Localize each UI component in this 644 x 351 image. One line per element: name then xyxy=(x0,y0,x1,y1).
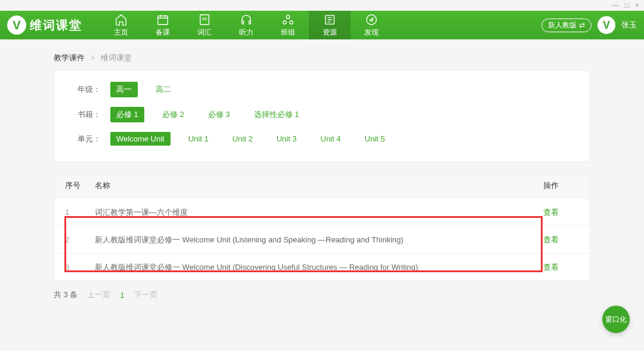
row-num: 1 xyxy=(65,208,95,217)
unit-option[interactable]: Unit 2 xyxy=(227,132,259,146)
minimize-button[interactable]: — xyxy=(612,1,619,10)
unit-option[interactable]: Unit 4 xyxy=(315,132,347,146)
table-row: 3 新人教版维词课堂必修一 Welcome Unit (Discovering … xyxy=(54,253,590,281)
nav-listen[interactable]: 听力 xyxy=(225,11,267,39)
nav-class[interactable]: 班组 xyxy=(267,11,309,39)
pager-total: 共 3 条 xyxy=(54,290,78,300)
svg-point-4 xyxy=(283,20,287,24)
nav-label: 资源 xyxy=(323,27,337,38)
filter-panel: 年级： 高一 高二 书籍： 必修 1 必修 2 必修 3 选择性必修 1 单元：… xyxy=(54,70,590,162)
headphones-icon xyxy=(240,13,253,26)
nav-label: 听力 xyxy=(239,27,253,38)
nav-label: 班组 xyxy=(281,27,295,38)
col-header-op: 操作 xyxy=(543,180,579,191)
pager-prev[interactable]: 上一页 xyxy=(87,290,110,300)
swap-icon: ⇄ xyxy=(579,21,585,29)
app-logo: V 维词课堂 xyxy=(7,16,82,35)
nav-vocab[interactable]: Ab 词汇 xyxy=(184,11,225,39)
nav-home[interactable]: 主页 xyxy=(100,11,142,39)
view-link[interactable]: 查看 xyxy=(543,262,579,273)
resource-table: 序号 名称 操作 1 词汇教学第一课—六个维度 查看 2 新人教版维词课堂必修一… xyxy=(54,173,590,281)
app-name: 维词课堂 xyxy=(30,17,82,33)
app-header: V 维词课堂 主页 备课 Ab 词汇 听力 班组 资源 发现 xyxy=(0,11,644,39)
row-num: 2 xyxy=(65,235,95,244)
main-content: 教学课件 > 维词课堂 年级： 高一 高二 书籍： 必修 1 必修 2 必修 3… xyxy=(0,39,644,300)
breadcrumb: 教学课件 > 维词课堂 xyxy=(54,53,590,63)
pager-current[interactable]: 1 xyxy=(120,291,124,300)
breadcrumb-root[interactable]: 教学课件 xyxy=(54,53,85,62)
row-name: 词汇教学第一课—六个维度 xyxy=(95,207,543,218)
resource-icon xyxy=(323,13,336,26)
close-button[interactable]: × xyxy=(635,1,639,10)
book-option[interactable]: 必修 3 xyxy=(202,107,236,122)
row-num: 3 xyxy=(65,263,95,272)
home-icon xyxy=(114,13,128,26)
calendar-icon xyxy=(156,13,169,26)
edition-label: 新人教版 xyxy=(548,20,577,30)
table-header: 序号 名称 操作 xyxy=(54,173,590,198)
svg-point-3 xyxy=(286,15,290,19)
logo-badge: V xyxy=(7,16,26,35)
book-icon: Ab xyxy=(198,13,211,26)
compass-icon xyxy=(365,13,378,26)
filter-label: 书籍： xyxy=(65,109,101,120)
unit-option[interactable]: Unit 1 xyxy=(182,132,215,146)
unit-option[interactable]: Unit 3 xyxy=(271,132,303,146)
svg-rect-0 xyxy=(158,16,168,24)
main-nav: 主页 备课 Ab 词汇 听力 班组 资源 发现 xyxy=(100,11,392,39)
edition-switcher[interactable]: 新人教版 ⇄ xyxy=(541,19,592,32)
nav-resource[interactable]: 资源 xyxy=(309,11,351,39)
nav-prepare[interactable]: 备课 xyxy=(142,11,184,39)
svg-text:Ab: Ab xyxy=(202,16,208,21)
pager: 共 3 条 上一页 1 下一页 xyxy=(54,290,590,300)
group-icon xyxy=(281,13,295,26)
view-link[interactable]: 查看 xyxy=(543,207,579,218)
nav-label: 备课 xyxy=(156,27,170,38)
filter-label: 年级： xyxy=(65,84,101,95)
breadcrumb-current: 维词课堂 xyxy=(101,53,132,62)
filter-grade: 年级： 高一 高二 xyxy=(65,82,579,97)
filter-label: 单元： xyxy=(65,134,101,144)
nav-label: 词汇 xyxy=(197,27,212,38)
view-link[interactable]: 查看 xyxy=(543,235,579,245)
book-option[interactable]: 必修 2 xyxy=(156,107,190,122)
window-titlebar: — □ × xyxy=(0,0,644,11)
filter-unit: 单元： Welcome Unit Unit 1 Unit 2 Unit 3 Un… xyxy=(65,132,579,146)
filter-book: 书籍： 必修 1 必修 2 必修 3 选择性必修 1 xyxy=(65,107,579,122)
user-name: 张玉 xyxy=(621,20,637,30)
header-right: 新人教版 ⇄ V 张玉 xyxy=(541,16,637,34)
unit-option[interactable]: Unit 5 xyxy=(359,132,391,146)
table-row: 1 词汇教学第一课—六个维度 查看 xyxy=(54,198,590,226)
row-name: 新人教版维词课堂必修一 Welcome Unit (Listening and … xyxy=(95,235,543,245)
grade-option[interactable]: 高一 xyxy=(110,82,138,97)
window-mode-button[interactable]: 窗口化 xyxy=(602,306,630,333)
grade-option[interactable]: 高二 xyxy=(150,82,177,97)
book-option[interactable]: 选择性必修 1 xyxy=(248,107,305,122)
maximize-button[interactable]: □ xyxy=(625,1,629,10)
row-name: 新人教版维词课堂必修一 Welcome Unit (Discovering Us… xyxy=(95,262,543,273)
nav-label: 主页 xyxy=(114,27,128,38)
pager-next[interactable]: 下一页 xyxy=(134,290,157,300)
table-row: 2 新人教版维词课堂必修一 Welcome Unit (Listening an… xyxy=(54,226,590,253)
svg-point-5 xyxy=(290,20,293,24)
book-option[interactable]: 必修 1 xyxy=(110,107,144,122)
breadcrumb-sep: > xyxy=(91,53,95,62)
nav-discover[interactable]: 发现 xyxy=(351,11,392,39)
col-header-num: 序号 xyxy=(65,180,95,191)
unit-option[interactable]: Welcome Unit xyxy=(110,132,171,146)
nav-label: 发现 xyxy=(364,27,379,38)
svg-point-7 xyxy=(367,14,377,24)
user-avatar[interactable]: V xyxy=(597,16,615,34)
col-header-name: 名称 xyxy=(95,180,543,191)
